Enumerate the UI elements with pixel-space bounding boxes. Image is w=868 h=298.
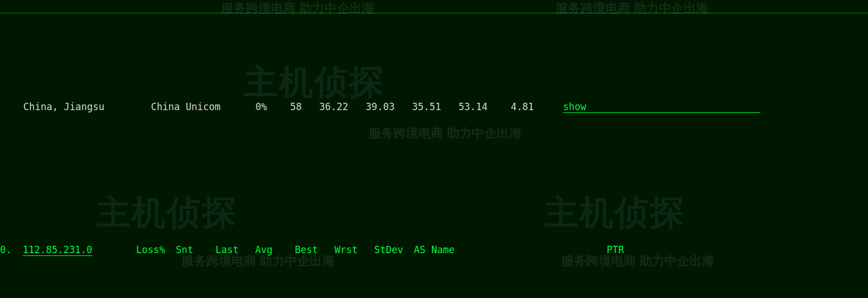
col-ptr: PTR [607,242,663,258]
col-index: 0. [0,242,23,258]
show-toggle[interactable]: show [563,101,586,112]
isp-label: China Unicom [151,101,221,112]
watermark-slogan: 服务跨境电商 助力中企出海 [221,0,374,16]
col-stdev: StDev [374,242,414,258]
traceroute-table: 0.112.85.231.0Loss%SntLastAvgBestWrstStD… [0,192,868,298]
summary-wrst: 53.14 [459,101,488,112]
summary-last: 36.22 [319,101,348,112]
summary-avg: 39.03 [366,101,395,112]
col-asname: AS Name [414,242,607,258]
top-divider [0,12,868,14]
usage-bar [586,101,760,112]
watermark-slogan: 服务跨境电商 助力中企出海 [556,0,709,16]
col-host: 112.85.231.0 [23,242,136,258]
summary-snt: 58 [290,101,302,112]
summary-row: China, Jiangsu China Unicom 0% 58 36.22 … [0,82,868,132]
terminal-screen: China, Jiangsu China Unicom 0% 58 36.22 … [0,0,868,298]
summary-loss: 0% [255,101,266,112]
summary-best: 35.51 [412,101,441,112]
col-avg: Avg [255,242,295,258]
table-header-row: 0.112.85.231.0Loss%SntLastAvgBestWrstStD… [0,242,868,258]
location-label: China, Jiangsu [23,101,104,112]
col-last: Last [215,242,255,258]
col-loss: Loss% [136,242,176,258]
col-wrst: Wrst [335,242,374,258]
col-best: Best [295,242,335,258]
col-snt: Snt [176,242,215,258]
summary-stdev: 4.81 [511,101,534,112]
